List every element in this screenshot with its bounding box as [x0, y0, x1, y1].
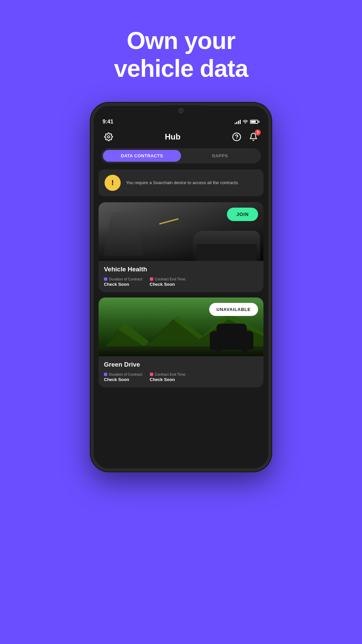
header-right: 3: [231, 131, 259, 143]
car-figure: [193, 231, 260, 261]
settings-button[interactable]: [103, 131, 115, 143]
card-image-vehicle-health: JOIN: [99, 202, 263, 261]
duration-item: Duration of Contract: Check Soon: [104, 277, 143, 287]
end-time-dot: [150, 277, 153, 281]
gd-end-time-item: Contract End Time: Check Soon: [150, 372, 186, 382]
notification-button[interactable]: 3: [247, 131, 259, 143]
notification-badge: 3: [255, 129, 261, 136]
tab-dapps[interactable]: DAPPS: [181, 150, 259, 162]
duration-label: Duration of Contract:: [104, 277, 143, 281]
status-time: 9:41: [103, 119, 113, 125]
contract-card-vehicle-health: JOIN Vehicle Health Duration of Contract…: [99, 202, 263, 292]
gd-duration-item: Duration of Contract: Check Soon: [104, 372, 143, 382]
contract-card-green-drive: UNAVAILABLE Green Drive Duration of Cont…: [99, 298, 263, 387]
tab-bar: DATA CONTRACTS DAPPS: [101, 148, 261, 163]
gd-end-time-value: Check Soon: [150, 377, 186, 382]
tab-data-contracts[interactable]: DATA CONTRACTS: [103, 150, 181, 162]
card-body-green-drive: Green Drive Duration of Contract: Check …: [99, 356, 263, 387]
help-button[interactable]: [231, 131, 243, 143]
join-button[interactable]: JOIN: [227, 208, 258, 221]
warning-banner: ! You require a Soarchain device to acce…: [99, 169, 263, 196]
gd-end-time-label: Contract End Time:: [150, 372, 186, 376]
page-title: Hub: [165, 132, 181, 142]
card-image-green-drive: UNAVAILABLE: [99, 298, 263, 356]
phone-frame: 9:41: [90, 103, 272, 472]
status-icons: [235, 119, 259, 124]
app-header: Hub 3: [93, 127, 269, 148]
gd-duration-value: Check Soon: [104, 377, 143, 382]
duration-value: Check Soon: [104, 282, 143, 287]
signal-icon: [235, 119, 241, 124]
warning-message: You require a Soarchain device to access…: [126, 180, 239, 186]
card-title-green-drive: Green Drive: [104, 361, 258, 368]
mechanic-figure: [104, 212, 144, 256]
card-title-vehicle-health: Vehicle Health: [104, 266, 258, 273]
header-left: [103, 131, 115, 143]
end-time-value: Check Soon: [150, 282, 186, 287]
svg-point-0: [108, 136, 110, 138]
battery-icon: [250, 120, 259, 124]
unavailable-button[interactable]: UNAVAILABLE: [209, 303, 258, 316]
main-content: ! You require a Soarchain device to acce…: [93, 169, 269, 469]
phone-notch: [161, 105, 201, 115]
car-silhouette-gd: [210, 331, 253, 350]
gd-end-time-dot: [150, 373, 153, 376]
gd-duration-label: Duration of Contract:: [104, 372, 143, 376]
card-body-vehicle-health: Vehicle Health Duration of Contract: Che…: [99, 261, 263, 292]
gd-duration-dot: [104, 373, 107, 376]
end-time-label: Contract End Time:: [150, 277, 186, 281]
duration-dot: [104, 277, 107, 281]
end-time-item: Contract End Time: Check Soon: [150, 277, 186, 287]
hero-heading: Own your vehicle data: [114, 27, 248, 83]
card-meta-vehicle-health: Duration of Contract: Check Soon Contrac…: [104, 277, 258, 287]
card-meta-green-drive: Duration of Contract: Check Soon Contrac…: [104, 372, 258, 382]
warning-icon: !: [105, 175, 121, 191]
wifi-icon: [243, 120, 248, 124]
